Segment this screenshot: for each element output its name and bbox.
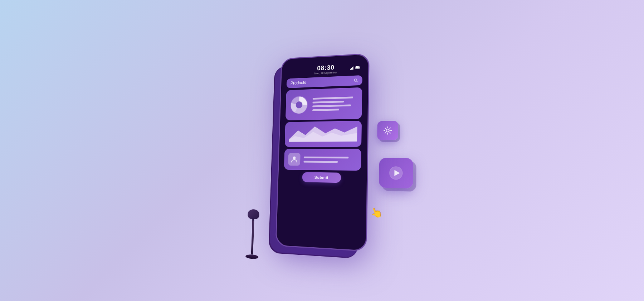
time-display: 08:30 Mon, 20 September [302, 63, 350, 75]
svg-rect-7 [351, 68, 352, 70]
status-bar: 08:30 Mon, 20 September [284, 60, 365, 77]
avatar [288, 153, 301, 166]
submit-area: Submit [284, 172, 361, 183]
chart-card [286, 87, 362, 120]
search-icon [354, 78, 358, 82]
chart-line-3 [312, 104, 351, 107]
street-lamp [245, 209, 260, 259]
svg-rect-9 [353, 66, 354, 70]
signal-icon [350, 66, 355, 70]
lamp-post [251, 219, 254, 255]
svg-rect-10 [356, 66, 360, 69]
area-chart-icon [289, 122, 357, 143]
mountain-card [285, 121, 362, 147]
chart-line-1 [313, 96, 353, 100]
status-icons [350, 66, 361, 70]
search-label: Products [291, 80, 306, 86]
phone-body: 08:30 Mon, 20 September [275, 53, 370, 252]
chart-lines [312, 96, 358, 111]
profile-text-lines [304, 156, 357, 163]
svg-rect-6 [350, 69, 351, 70]
chart-line-2 [313, 101, 344, 104]
lamp-base [245, 254, 259, 259]
svg-rect-8 [352, 67, 353, 70]
submit-button[interactable]: Submit [302, 172, 341, 183]
lamp-head [248, 209, 259, 220]
svg-rect-11 [356, 67, 359, 68]
profile-card [284, 149, 361, 171]
phone-3d-wrapper: 08:30 Mon, 20 September [275, 53, 370, 252]
play-button[interactable] [379, 158, 413, 188]
search-bar[interactable]: Products [287, 75, 362, 88]
phone-screen: 08:30 Mon, 20 September [276, 54, 368, 250]
cursor-hand: 👆 [369, 205, 384, 220]
main-scene: 08:30 Mon, 20 September [197, 11, 447, 290]
battery-icon [355, 66, 360, 69]
svg-point-15 [293, 157, 296, 159]
pie-chart-icon [289, 95, 309, 115]
svg-point-3 [386, 129, 389, 132]
chart-line-4 [312, 109, 339, 111]
gear-button[interactable] [377, 121, 398, 140]
svg-point-12 [354, 79, 357, 81]
